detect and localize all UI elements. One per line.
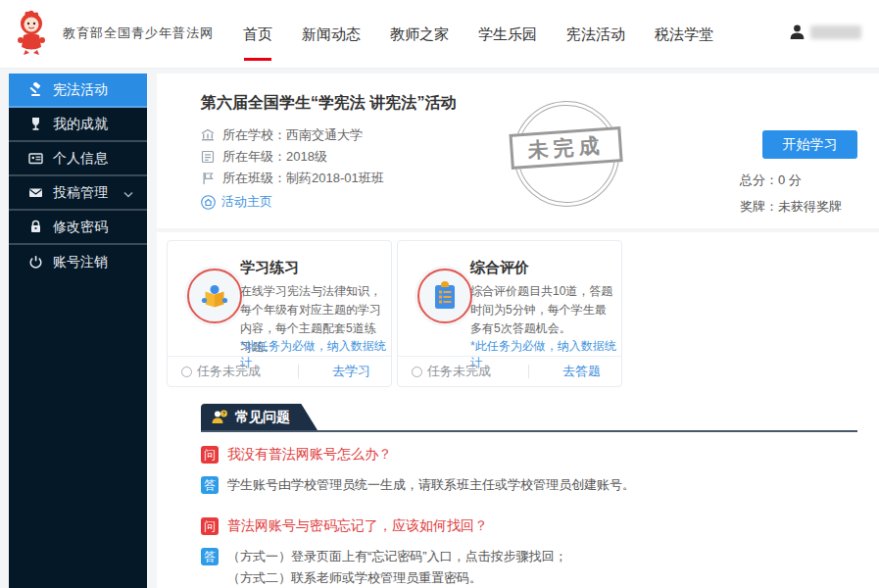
- total-score: 总分：0 分: [740, 172, 857, 189]
- sidebar-item-constitution-activity[interactable]: 宪法活动: [9, 74, 147, 108]
- faq-question-text: 普法网账号与密码忘记了，应该如何找回？: [227, 517, 488, 535]
- task-status: 任务未完成: [181, 363, 261, 380]
- sidebar-item-label: 账号注销: [53, 254, 108, 271]
- site-name: 教育部全国青少年普法网: [63, 24, 214, 42]
- faq-underline: [201, 430, 857, 432]
- task-status-label: 任务未完成: [427, 363, 491, 380]
- activity-home-label: 活动主页: [221, 193, 272, 211]
- task-card-learning: 学习练习 在线学习宪法与法律知识，每个年级有对应主题的学习内容，每个主题配套5道…: [167, 240, 392, 387]
- nav-teachers[interactable]: 教师之家: [390, 0, 449, 69]
- footer-divider: [528, 365, 529, 378]
- answer-badge: 答: [201, 548, 219, 565]
- go-learn-link[interactable]: 去学习: [332, 363, 370, 380]
- sidebar-item-label: 我的成就: [53, 116, 108, 133]
- left-sidebar: 宪法活动 我的成就 个人信息 投稿管理 修改密码 账号注销: [9, 74, 147, 588]
- nav-students[interactable]: 学生乐园: [478, 0, 537, 69]
- status-circle-icon: [181, 367, 192, 377]
- clipboard-icon: [415, 266, 475, 326]
- task-title: 学习练习: [240, 259, 299, 277]
- user-account[interactable]: [789, 24, 861, 40]
- answer-line-1: （方式一）登录页面上有“忘记密码”入口，点击按步骤找回；: [227, 549, 567, 564]
- hero-right-column: 开始学习 总分：0 分 奖牌：未获得奖牌: [740, 130, 857, 216]
- student-info: 所在学校：西南交通大学 所在年级：2018级 所在班级：制药2018-01班班: [201, 124, 384, 189]
- task-footer: 任务未完成 去答题: [398, 356, 621, 386]
- faq-section: ? 常见问题 问 我没有普法网账号怎么办？ 答 学生账号由学校管理员统一生成，请…: [201, 404, 857, 588]
- info-school-text: 所在学校：西南交通大学: [222, 126, 363, 144]
- answer-line-2: （方式二）联系老师或学校管理员重置密码。: [227, 570, 482, 585]
- power-icon: [28, 255, 43, 270]
- nav-taxlaw[interactable]: 税法学堂: [655, 0, 713, 69]
- top-header: 教育部全国青少年普法网 首页 新闻动态 教师之家 学生乐园 宪法活动 税法学堂: [0, 0, 879, 69]
- info-school: 所在学校：西南交通大学: [201, 124, 384, 146]
- user-name-blurred: [810, 25, 861, 39]
- sidebar-item-submissions[interactable]: 投稿管理: [9, 176, 147, 211]
- task-footer: 任务未完成 去学习: [168, 356, 391, 386]
- faq-answer-text: （方式一）登录页面上有“忘记密码”入口，点击按步骤找回； （方式二）联系老师或学…: [227, 546, 567, 588]
- sidebar-item-label: 宪法活动: [53, 81, 108, 99]
- nav-home[interactable]: 首页: [243, 0, 272, 69]
- faq-question-2[interactable]: 问 普法网账号与密码忘记了，应该如何找回？: [201, 517, 857, 535]
- gavel-icon: [28, 82, 43, 97]
- user-icon: [789, 24, 806, 40]
- task-status-label: 任务未完成: [197, 363, 261, 380]
- faq-question-text: 我没有普法网账号怎么办？: [227, 446, 392, 464]
- stamp-text: 未完成: [527, 131, 606, 164]
- question-badge: 问: [201, 517, 219, 535]
- task-status: 任务未完成: [412, 363, 491, 380]
- status-circle-icon: [412, 367, 422, 377]
- sidebar-item-label: 个人信息: [53, 150, 108, 168]
- activity-hero-panel: 第六届全国学生“学宪法 讲宪法”活动 所在学校：西南交通大学 所在年级：2018…: [157, 74, 879, 228]
- info-class: 所在班级：制药2018-01班班: [201, 168, 384, 189]
- grade-icon: [201, 150, 215, 164]
- task-card-evaluation: 综合评价 综合评价题目共10道，答题时间为5分钟，每个学生最多有5次答题机会。 …: [397, 240, 622, 387]
- faq-title: 常见问题: [235, 409, 290, 426]
- sidebar-item-label: 投稿管理: [53, 184, 108, 202]
- faq-answer-2: 答 （方式一）登录页面上有“忘记密码”入口，点击按步骤找回； （方式二）联系老师…: [201, 548, 857, 588]
- main-content-area: 学习练习 在线学习宪法与法律知识，每个年级有对应主题的学习内容，每个主题配套5道…: [157, 232, 879, 588]
- class-icon: [201, 172, 215, 185]
- go-answer-link[interactable]: 去答题: [562, 363, 601, 380]
- home-icon: [201, 195, 216, 210]
- trophy-icon: [28, 117, 43, 131]
- answer-badge: 答: [201, 476, 219, 494]
- info-class-text: 所在班级：制药2018-01班班: [222, 170, 384, 187]
- id-card-icon: [28, 151, 43, 166]
- main-nav: 首页 新闻动态 教师之家 学生乐园 宪法活动 税法学堂: [243, 0, 713, 69]
- start-learning-button[interactable]: 开始学习: [762, 130, 857, 159]
- incomplete-stamp: 未完成: [510, 97, 622, 210]
- mascot-logo-icon: [12, 10, 53, 57]
- medal-status: 奖牌：未获得奖牌: [740, 198, 857, 216]
- activity-title: 第六届全国学生“学宪法 讲宪法”活动: [201, 93, 456, 114]
- faq-person-icon: ?: [211, 410, 228, 425]
- footer-divider: [298, 365, 299, 378]
- sidebar-item-logout[interactable]: 账号注销: [9, 245, 147, 279]
- envelope-icon: [28, 185, 43, 200]
- question-badge: 问: [201, 446, 219, 464]
- faq-question-1[interactable]: 问 我没有普法网账号怎么办？: [201, 446, 857, 464]
- faq-answer-1: 答 学生账号由学校管理员统一生成，请联系班主任或学校管理员创建账号。: [201, 476, 857, 496]
- chevron-down-icon: [123, 185, 133, 201]
- info-grade-text: 所在年级：2018级: [222, 148, 327, 166]
- info-grade: 所在年级：2018级: [201, 146, 384, 168]
- sidebar-item-label: 修改密码: [53, 219, 108, 236]
- nav-constitution[interactable]: 宪法活动: [566, 0, 625, 69]
- task-title: 综合评价: [470, 259, 529, 277]
- activity-home-link[interactable]: 活动主页: [201, 193, 272, 211]
- school-icon: [201, 128, 215, 142]
- faq-header-tab: ? 常见问题: [201, 404, 317, 430]
- site-logo-area[interactable]: 教育部全国青少年普法网: [12, 10, 214, 57]
- task-description: 综合评价题目共10道，答题时间为5分钟，每个学生最多有5次答题机会。: [470, 282, 613, 338]
- lock-icon: [28, 220, 43, 234]
- sidebar-item-change-password[interactable]: 修改密码: [9, 211, 147, 245]
- sidebar-item-achievements[interactable]: 我的成就: [9, 108, 147, 142]
- svg-text:?: ?: [222, 410, 225, 416]
- reading-icon: [184, 266, 245, 326]
- sidebar-item-profile[interactable]: 个人信息: [9, 142, 147, 176]
- nav-news[interactable]: 新闻动态: [302, 0, 361, 69]
- faq-answer-text: 学生账号由学校管理员统一生成，请联系班主任或学校管理员创建账号。: [227, 474, 635, 496]
